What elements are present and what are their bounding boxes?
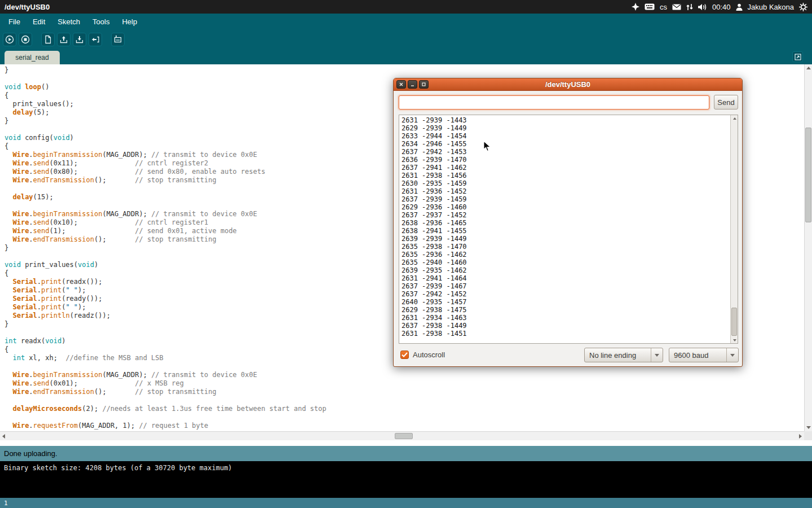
code-line: Wire.requestFrom(MAG_ADDR, 1); // reques… bbox=[5, 422, 804, 430]
serial-line: 2633 -2944 -1454 bbox=[401, 132, 730, 140]
scroll-left-icon[interactable] bbox=[0, 432, 7, 440]
chevron-down-icon[interactable] bbox=[651, 348, 663, 362]
tab-menu-button[interactable] bbox=[792, 51, 803, 62]
volume-icon[interactable] bbox=[698, 3, 707, 11]
serial-line: 2637 -2937 -1452 bbox=[401, 211, 730, 219]
autoscroll-checkbox[interactable] bbox=[400, 351, 409, 359]
verify-button[interactable] bbox=[3, 33, 16, 46]
clock[interactable]: 00:40 bbox=[712, 3, 731, 11]
code-line: Wire.beginTransmission(MAG_ADDR); // tra… bbox=[5, 371, 804, 379]
serial-line: 2637 -2939 -1467 bbox=[401, 282, 730, 290]
serial-line: 2637 -2939 -1459 bbox=[401, 195, 730, 203]
keyboard-icon[interactable] bbox=[645, 3, 655, 10]
system-top-panel: /dev/ttyUSB0 cs 00:40 Jakub Kakona bbox=[0, 0, 812, 14]
network-traffic-icon[interactable] bbox=[686, 3, 693, 11]
editor-horizontal-scrollbar[interactable] bbox=[0, 431, 804, 440]
tab-serial-read[interactable]: serial_read bbox=[5, 51, 60, 64]
serial-monitor-title: /dev/ttyUSB0 bbox=[394, 80, 742, 89]
serial-line: 2629 -2936 -1460 bbox=[401, 203, 730, 211]
editor-vertical-scrollbar[interactable] bbox=[804, 64, 812, 431]
serial-output: 2631 -2939 -14432629 -2939 -14492633 -29… bbox=[401, 116, 730, 343]
serial-line: 2635 -2938 -1470 bbox=[401, 243, 730, 251]
send-button[interactable]: Send bbox=[714, 95, 738, 110]
serial-line: 2635 -2940 -1460 bbox=[401, 259, 730, 266]
window-controls bbox=[396, 80, 429, 89]
serial-line: 2631 -2938 -1456 bbox=[401, 172, 730, 179]
mail-icon[interactable] bbox=[672, 4, 681, 10]
new-sketch-button[interactable] bbox=[41, 33, 55, 46]
serial-line: 2629 -2939 -1449 bbox=[401, 124, 730, 132]
user-name[interactable]: Jakub Kakona bbox=[748, 3, 794, 11]
serial-line: 2631 -2939 -1443 bbox=[401, 116, 730, 124]
menu-item-file[interactable]: File bbox=[2, 15, 27, 29]
open-sketch-button[interactable] bbox=[57, 33, 70, 46]
baud-rate-dropdown[interactable]: 9600 baud bbox=[669, 348, 739, 362]
serial-monitor-button[interactable] bbox=[111, 33, 125, 46]
close-icon[interactable] bbox=[396, 80, 406, 89]
serial-line: 2629 -2938 -1475 bbox=[401, 306, 730, 314]
tab-label: serial_read bbox=[15, 54, 48, 62]
minimize-icon[interactable] bbox=[408, 80, 417, 89]
serial-line: 2631 -2941 -1464 bbox=[401, 274, 730, 282]
code-line bbox=[5, 413, 804, 422]
editor-vscroll-thumb[interactable] bbox=[805, 128, 811, 222]
menu-item-help[interactable]: Help bbox=[116, 15, 143, 29]
serial-line: 2637 -2938 -1449 bbox=[401, 322, 730, 330]
scroll-right-icon[interactable] bbox=[797, 432, 804, 440]
serial-monitor-controls: Autoscroll No line ending 9600 baud bbox=[394, 348, 742, 362]
scroll-down-icon[interactable] bbox=[805, 424, 812, 431]
serial-line: 2637 -2942 -1453 bbox=[401, 148, 730, 156]
menu-item-sketch[interactable]: Sketch bbox=[51, 15, 86, 29]
user-icon[interactable] bbox=[736, 3, 743, 11]
menu-item-tools[interactable]: Tools bbox=[86, 15, 116, 29]
serial-output-area[interactable]: 2631 -2939 -14432629 -2939 -14492633 -29… bbox=[399, 115, 738, 344]
serial-line: 2631 -2938 -1451 bbox=[401, 330, 730, 338]
editor-hscroll-thumb[interactable] bbox=[395, 433, 413, 439]
code-line: Wire.send(0x01); // x MSB reg bbox=[5, 379, 804, 388]
tab-strip: serial_read bbox=[0, 50, 812, 64]
keyboard-layout-indicator[interactable]: cs bbox=[660, 3, 667, 11]
window-title: /dev/ttyUSB0 bbox=[5, 3, 50, 11]
stop-button[interactable] bbox=[19, 33, 32, 46]
code-line bbox=[5, 396, 804, 405]
scroll-down-icon[interactable] bbox=[731, 337, 738, 343]
code-line: delayMicroseconds(2); //needs at least 1… bbox=[5, 405, 804, 413]
editor-footer: 1 bbox=[0, 498, 812, 508]
scroll-up-icon[interactable] bbox=[805, 64, 812, 72]
system-tray: cs 00:40 Jakub Kakona bbox=[632, 3, 807, 11]
serial-line: 2637 -2942 -1452 bbox=[401, 290, 730, 298]
upload-button[interactable] bbox=[89, 33, 102, 46]
code-line: } bbox=[5, 66, 804, 75]
scroll-up-icon[interactable] bbox=[731, 115, 738, 121]
serial-scroll-thumb[interactable] bbox=[731, 308, 737, 336]
serial-monitor-window: /dev/ttyUSB0 Send 2631 -2939 -14432629 -… bbox=[393, 78, 743, 367]
serial-line: 2638 -2941 -1455 bbox=[401, 227, 730, 235]
serial-line: 2638 -2936 -1465 bbox=[401, 219, 730, 227]
serial-send-input[interactable] bbox=[399, 95, 709, 110]
serial-line: 2635 -2936 -1462 bbox=[401, 251, 730, 259]
serial-line: 2640 -2935 -1457 bbox=[401, 298, 730, 306]
code-line: Wire.endTransmission(); // stop transmit… bbox=[5, 388, 804, 396]
serial-line: 2636 -2939 -1470 bbox=[401, 156, 730, 164]
ide-toolbar bbox=[0, 29, 812, 50]
serial-scrollbar[interactable] bbox=[730, 115, 738, 343]
console-output: Binary sketch size: 4208 bytes (of a 307… bbox=[4, 464, 808, 472]
status-bar: Done uploading. bbox=[0, 446, 812, 461]
autoscroll-label: Autoscroll bbox=[413, 351, 445, 359]
chevron-down-icon[interactable] bbox=[726, 348, 738, 362]
build-console: Binary sketch size: 4208 bytes (of a 307… bbox=[0, 461, 812, 498]
serial-line: 2631 -2934 -1463 bbox=[401, 314, 730, 322]
serial-line: 2639 -2939 -1449 bbox=[401, 235, 730, 243]
menu-bar: FileEditSketchToolsHelp bbox=[0, 14, 812, 29]
baud-rate-value: 9600 baud bbox=[669, 351, 726, 360]
serial-line: 2634 -2946 -1455 bbox=[401, 140, 730, 148]
line-ending-dropdown[interactable]: No line ending bbox=[584, 348, 663, 362]
status-indicator-icon[interactable] bbox=[632, 3, 639, 11]
serial-line: 2630 -2935 -1459 bbox=[401, 179, 730, 187]
maximize-icon[interactable] bbox=[419, 80, 429, 89]
gear-icon[interactable] bbox=[799, 3, 807, 11]
serial-monitor-titlebar[interactable]: /dev/ttyUSB0 bbox=[394, 78, 742, 91]
menu-item-edit[interactable]: Edit bbox=[27, 15, 51, 29]
line-number-indicator: 1 bbox=[4, 500, 8, 507]
save-sketch-button[interactable] bbox=[73, 33, 86, 46]
